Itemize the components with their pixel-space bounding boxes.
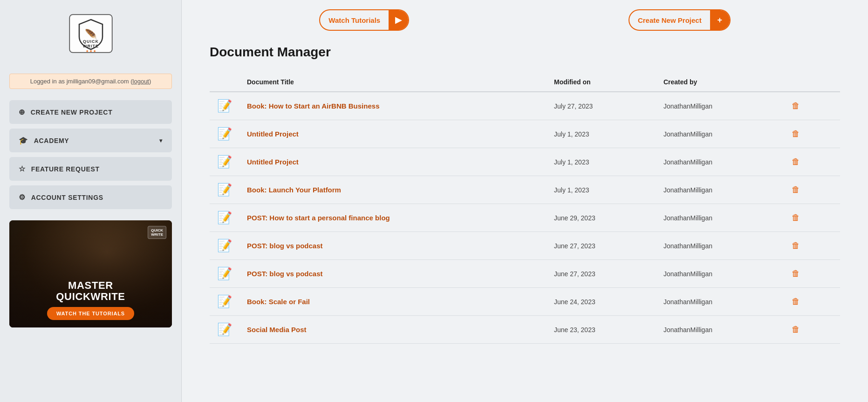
plus-circle-icon: ⊕	[19, 108, 25, 116]
doc-title-cell: POST: blog vs podcast	[239, 260, 547, 288]
col-header-actions	[780, 74, 840, 92]
doc-delete-cell: 🗑	[780, 232, 840, 260]
delete-button[interactable]: 🗑	[788, 183, 804, 197]
doc-title-link[interactable]: POST: blog vs podcast	[247, 242, 323, 250]
doc-delete-cell: 🗑	[780, 120, 840, 148]
play-icon: ▶	[389, 10, 408, 30]
document-table-body: 📝Book: How to Start an AirBNB BusinessJu…	[210, 92, 840, 344]
table-row: 📝Book: Launch Your PlatformJuly 1, 2023J…	[210, 176, 840, 204]
doc-modified-date: June 24, 2023	[547, 288, 656, 316]
doc-modified-date: July 27, 2023	[547, 92, 656, 120]
table-row: 📝Book: How to Start an AirBNB BusinessJu…	[210, 92, 840, 120]
doc-title-link[interactable]: Untitled Project	[247, 130, 299, 138]
doc-title-cell: Untitled Project	[239, 120, 547, 148]
col-header-created-by: Created by	[656, 74, 780, 92]
doc-title-cell: Book: Launch Your Platform	[239, 176, 547, 204]
doc-delete-cell: 🗑	[780, 204, 840, 232]
sidebar-item-create-new-project[interactable]: ⊕ CREATE NEW PROJECT	[9, 100, 172, 124]
doc-creator: JonathanMilligan	[656, 120, 780, 148]
doc-creator: JonathanMilligan	[656, 288, 780, 316]
doc-title-link[interactable]: Book: Launch Your Platform	[247, 186, 341, 194]
sidebar-item-feature-request[interactable]: ☆ FEATURE REQUEST	[9, 157, 172, 181]
col-header-modified: Modified on	[547, 74, 656, 92]
delete-button[interactable]: 🗑	[788, 127, 804, 141]
doc-icon-cell: 📝	[210, 92, 239, 120]
doc-title-link[interactable]: POST: How to start a personal finance bl…	[247, 214, 390, 222]
main-content: Watch Tutorials ▶ Create New Project + D…	[182, 0, 868, 402]
doc-icon-cell: 📝	[210, 176, 239, 204]
create-new-project-button[interactable]: Create New Project +	[629, 9, 731, 31]
document-icon: 📝	[217, 99, 232, 113]
doc-modified-date: June 23, 2023	[547, 316, 656, 344]
document-icon: 📝	[217, 127, 232, 141]
doc-modified-date: July 1, 2023	[547, 120, 656, 148]
logout-link[interactable]: logout	[133, 78, 149, 85]
table-row: 📝Untitled ProjectJuly 1, 2023JonathanMil…	[210, 120, 840, 148]
doc-icon-cell: 📝	[210, 288, 239, 316]
doc-creator: JonathanMilligan	[656, 176, 780, 204]
table-row: 📝Untitled ProjectJuly 1, 2023JonathanMil…	[210, 148, 840, 176]
doc-creator: JonathanMilligan	[656, 148, 780, 176]
doc-delete-cell: 🗑	[780, 148, 840, 176]
document-icon: 📝	[217, 294, 232, 308]
document-icon: 📝	[217, 238, 232, 252]
document-icon: 📝	[217, 322, 232, 336]
sidebar-item-account-settings[interactable]: ⚙ ACCOUNT SETTINGS	[9, 185, 172, 209]
doc-delete-cell: 🗑	[780, 92, 840, 120]
doc-icon-cell: 📝	[210, 120, 239, 148]
delete-button[interactable]: 🗑	[788, 99, 804, 113]
page-title: Document Manager	[210, 45, 840, 60]
delete-button[interactable]: 🗑	[788, 155, 804, 169]
academy-icon: 🎓	[19, 136, 28, 145]
promo-cta-button[interactable]: WATCH THE TUTORIALS	[47, 307, 134, 320]
doc-delete-cell: 🗑	[780, 288, 840, 316]
sidebar-nav: ⊕ CREATE NEW PROJECT 🎓 ACADEMY ▾ ☆ FEATU…	[9, 100, 172, 209]
table-row: 📝Book: Scale or FailJune 24, 2023Jonatha…	[210, 288, 840, 316]
doc-icon-cell: 📝	[210, 204, 239, 232]
doc-title-link[interactable]: POST: blog vs podcast	[247, 270, 323, 278]
star-icon: ☆	[19, 164, 26, 173]
col-header-icon	[210, 74, 239, 92]
doc-icon-cell: 📝	[210, 232, 239, 260]
doc-creator: JonathanMilligan	[656, 92, 780, 120]
doc-title-cell: Book: Scale or Fail	[239, 288, 547, 316]
document-icon: 📝	[217, 155, 232, 169]
document-icon: 📝	[217, 266, 232, 280]
delete-button[interactable]: 🗑	[788, 267, 804, 280]
doc-title-cell: POST: blog vs podcast	[239, 232, 547, 260]
doc-title-cell: Book: How to Start an AirBNB Business	[239, 92, 547, 120]
table-row: 📝POST: blog vs podcastJune 27, 2023Jonat…	[210, 260, 840, 288]
doc-title-link[interactable]: Untitled Project	[247, 158, 299, 166]
watch-tutorials-button[interactable]: Watch Tutorials ▶	[319, 9, 409, 31]
delete-button[interactable]: 🗑	[788, 295, 804, 308]
svg-text:WRITE: WRITE	[83, 44, 99, 48]
table-row: 📝POST: blog vs podcastJune 27, 2023Jonat…	[210, 232, 840, 260]
plus-icon: +	[710, 10, 730, 30]
doc-title-cell: Untitled Project	[239, 148, 547, 176]
doc-delete-cell: 🗑	[780, 176, 840, 204]
doc-modified-date: June 27, 2023	[547, 260, 656, 288]
logo: 🪶 QUICK WRITE ★ ★ ★	[65, 11, 116, 64]
doc-title-link[interactable]: Social Media Post	[247, 326, 307, 334]
delete-button[interactable]: 🗑	[788, 211, 804, 225]
doc-delete-cell: 🗑	[780, 316, 840, 344]
svg-text:★ ★ ★: ★ ★ ★	[86, 49, 96, 53]
doc-modified-date: July 1, 2023	[547, 176, 656, 204]
login-info: Logged in as jmilligan09@gmail.com (logo…	[9, 74, 172, 89]
promo-title: MASTERQUICKWRITE	[47, 280, 134, 302]
doc-creator: JonathanMilligan	[656, 260, 780, 288]
sidebar: 🪶 QUICK WRITE ★ ★ ★ Logged in as jmillig…	[0, 0, 182, 402]
doc-title-link[interactable]: Book: How to Start an AirBNB Business	[247, 102, 379, 110]
doc-icon-cell: 📝	[210, 316, 239, 344]
doc-title-link[interactable]: Book: Scale or Fail	[247, 298, 310, 306]
sidebar-item-academy[interactable]: 🎓 ACADEMY ▾	[9, 129, 172, 152]
doc-icon-cell: 📝	[210, 260, 239, 288]
doc-icon-cell: 📝	[210, 148, 239, 176]
doc-modified-date: June 27, 2023	[547, 232, 656, 260]
doc-title-cell: POST: How to start a personal finance bl…	[239, 204, 547, 232]
delete-button[interactable]: 🗑	[788, 239, 804, 252]
table-row: 📝POST: How to start a personal finance b…	[210, 204, 840, 232]
doc-modified-date: July 1, 2023	[547, 148, 656, 176]
delete-button[interactable]: 🗑	[788, 323, 804, 336]
doc-creator: JonathanMilligan	[656, 232, 780, 260]
